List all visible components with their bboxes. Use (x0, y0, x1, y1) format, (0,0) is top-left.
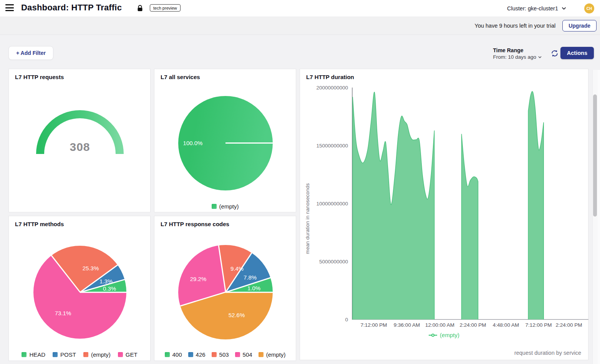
pie-slice-label: 1.3% (99, 278, 113, 285)
area-chart[interactable] (352, 88, 588, 319)
page-title: Dashboard: HTTP Traffic (21, 3, 122, 13)
refresh-button[interactable] (550, 50, 559, 58)
legend-item[interactable]: (empty) (300, 332, 588, 338)
legend-swatch (188, 352, 193, 357)
legend-swatch (83, 352, 88, 357)
lock-icon (137, 5, 143, 13)
pie-slice-label: 7.8% (244, 274, 257, 281)
refresh-icon (551, 50, 559, 57)
time-range-title: Time Range (493, 47, 542, 53)
legend-item[interactable]: 504 (235, 351, 252, 358)
x-axis-tick: 2:24:00 PM (548, 322, 590, 328)
legend-item[interactable]: 503 (212, 351, 229, 358)
pie-slice-label: 1.0% (247, 285, 260, 291)
legend-item[interactable]: HEAD (22, 351, 45, 358)
legend-swatch (118, 352, 123, 357)
y-axis-tick: 5000000000 (306, 259, 348, 265)
hamburger-menu-icon[interactable] (5, 4, 15, 13)
add-filter-button[interactable]: + Add Filter (8, 46, 53, 60)
panel-title: L7 HTTP requests (15, 74, 64, 80)
y-axis-tick: 20000000000 (306, 85, 348, 91)
time-range-value: From: 10 days ago (493, 54, 542, 60)
legend-item[interactable]: (empty) (212, 203, 239, 210)
line-series-legend-icon (429, 333, 437, 337)
legend-item[interactable]: 426 (188, 351, 206, 358)
scrollbar-gutter (598, 70, 600, 364)
scrollbar-thumb[interactable] (593, 94, 597, 217)
panel-http-duration: L7 HTTP duration 20000000000 15000000000… (300, 69, 588, 360)
y-axis-tick: 0 (306, 317, 348, 323)
legend: (empty) (154, 203, 296, 210)
cluster-selector[interactable]: Cluster: gke-cluster1 (507, 0, 566, 17)
panel-title: L7 HTTP methods (15, 221, 64, 227)
cluster-selector-label: Cluster: gke-cluster1 (507, 5, 558, 12)
pie-slice-divider (225, 292, 273, 293)
legend: HEAD POST (empty) GET (9, 351, 150, 358)
legend-swatch (259, 352, 264, 357)
panel-all-services: L7 all services 100.0% (empty) (154, 69, 296, 212)
panel-title: L7 all services (161, 74, 200, 80)
avatar[interactable]: CH (584, 3, 594, 13)
legend-swatch (212, 204, 217, 209)
upgrade-button[interactable]: Upgrade (562, 20, 597, 31)
pie-slice-divider (80, 292, 126, 293)
panel-title: L7 HTTP response codes (161, 221, 229, 227)
legend-item[interactable]: (empty) (259, 351, 286, 358)
chevron-down-icon (562, 7, 566, 10)
chevron-down-icon (538, 56, 542, 58)
y-axis-tick: 10000000000 (306, 201, 348, 207)
pie-slice-divider (225, 142, 273, 144)
gauge-value: 308 (49, 141, 111, 154)
y-axis-tick: 15000000000 (306, 143, 348, 149)
pie-slice-label: 25.3% (83, 265, 99, 271)
pie-slice-label: 0.3% (103, 285, 116, 292)
panel-http-response-codes: L7 HTTP response codes 9.4% 7.8% 1.0% 52… (154, 216, 296, 361)
trial-message: You have 9 hours left in your trial (475, 23, 556, 29)
panel-http-requests: L7 HTTP requests 308 (8, 69, 151, 212)
legend: 400 426 503 504 (empty) (154, 351, 296, 358)
actions-button[interactable]: Actions (560, 47, 594, 59)
tech-preview-badge: tech preview (150, 4, 181, 12)
chart-footer-caption: request duration by service (514, 350, 581, 356)
legend-swatch (165, 352, 170, 357)
pie-slice-label: 52.6% (229, 312, 245, 318)
panel-http-methods: L7 HTTP methods 25.3% 1.3% 0.3% 73.1% HE… (8, 216, 151, 361)
pie-slice-label: 73.1% (55, 310, 71, 316)
dashboard-content: + Add Filter Time Range From: 10 days ag… (0, 35, 600, 364)
y-axis-title: mean duration in nanoseconds (305, 175, 310, 263)
legend-item[interactable]: 400 (165, 351, 182, 358)
legend-swatch (22, 352, 27, 357)
trial-banner: You have 9 hours left in your trial Upgr… (0, 17, 600, 35)
legend-swatch (212, 352, 217, 357)
pie-slice-label: 100.0% (183, 140, 203, 146)
legend-swatch (235, 352, 240, 357)
top-app-bar: Dashboard: HTTP Traffic tech preview Clu… (0, 0, 600, 17)
legend-item[interactable]: POST (53, 351, 76, 358)
legend-swatch (53, 352, 58, 357)
panel-title: L7 HTTP duration (306, 74, 354, 80)
legend-item[interactable]: (empty) (83, 351, 111, 358)
legend-item[interactable]: GET (118, 351, 138, 358)
time-range-selector[interactable]: Time Range From: 10 days ago (493, 47, 542, 60)
pie-slice-label: 9.4% (230, 265, 244, 272)
pie-slice-label: 29.2% (190, 276, 207, 282)
